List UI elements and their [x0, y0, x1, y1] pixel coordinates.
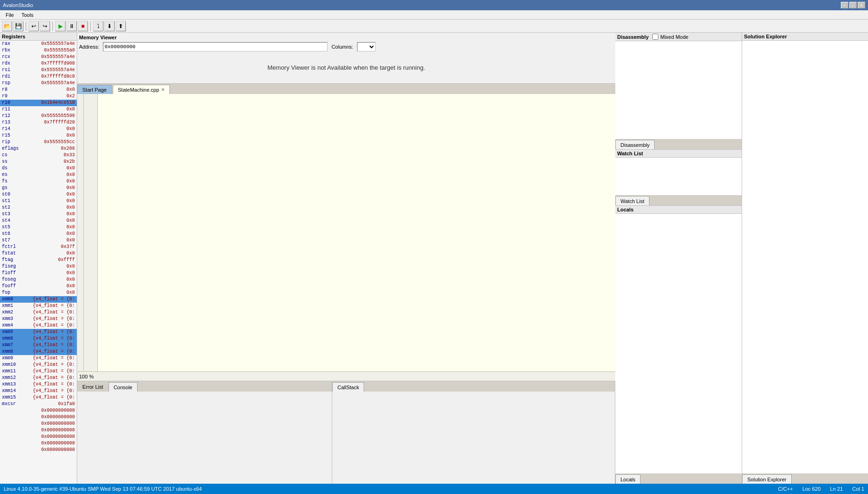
- register-row: st60x0: [0, 231, 77, 237]
- maximize-button[interactable]: □: [849, 2, 857, 8]
- status-loc: Loc 620: [802, 486, 821, 492]
- status-right: C/C++ Loc 620 Ln 21 Col 1: [778, 486, 864, 492]
- step-out-button[interactable]: ⬆: [116, 21, 126, 31]
- tab-locals[interactable]: Locals: [615, 474, 641, 484]
- register-name: r9: [2, 93, 25, 100]
- register-value: 0x5555557a4e: [41, 41, 75, 47]
- register-value: 0x0: [66, 165, 75, 172]
- register-value: 0x0: [66, 231, 75, 237]
- step-over-button[interactable]: ⤵: [93, 21, 103, 31]
- tab-callstack[interactable]: CallStack: [332, 382, 364, 392]
- tab-start-page[interactable]: Start Page: [77, 85, 112, 94]
- register-value: 0x0: [66, 185, 75, 191]
- tab-solution-explorer[interactable]: Solution Explorer: [742, 474, 792, 484]
- tab-watchlist[interactable]: Watch List: [615, 196, 649, 205]
- register-name: xmm10: [2, 362, 25, 368]
- register-row: r130x7fffffd20: [0, 119, 77, 126]
- register-value: {v4_float = {0:: [33, 329, 75, 335]
- stop-button[interactable]: ■: [78, 21, 88, 31]
- disassembly-title: Disassembly: [617, 34, 649, 40]
- register-name: fctrl: [2, 244, 25, 250]
- register-value: 0x0: [66, 276, 75, 283]
- register-name: xmm9: [2, 355, 25, 362]
- register-name: rax: [2, 41, 25, 47]
- register-row: xmm8{v4_float = {0:: [0, 349, 77, 355]
- register-row: 0x0000000000: [0, 427, 77, 434]
- register-name: foseg: [2, 276, 25, 283]
- tab-disassembly[interactable]: Disassembly: [615, 140, 655, 149]
- register-value: 0x0: [66, 224, 75, 231]
- toolbar-sep2: [52, 22, 53, 31]
- register-row: fioff0x0: [0, 270, 77, 276]
- minimize-button[interactable]: ─: [841, 2, 848, 8]
- register-name: xmm0: [2, 296, 25, 303]
- editor-tabs: Start Page StateMachine.cpp ✕: [77, 84, 615, 94]
- register-row: xmm9{v4_float = {0:: [0, 355, 77, 362]
- editor-content[interactable]: [77, 94, 615, 371]
- status-lang: C/C++: [778, 486, 793, 492]
- close-button[interactable]: ✕: [858, 2, 865, 8]
- console-content: [77, 392, 332, 484]
- run-button[interactable]: ▶: [55, 21, 66, 31]
- register-row: ds0x0: [0, 165, 77, 172]
- register-row: r100x1b4e4ce518: [0, 100, 77, 106]
- register-row: rax0x5555557a4e: [0, 41, 77, 47]
- register-name: r14: [2, 126, 25, 132]
- register-value: 0x0: [66, 218, 75, 224]
- tab-statemachine-cpp[interactable]: StateMachine.cpp ✕: [113, 85, 170, 94]
- register-value: 0x0: [66, 250, 75, 257]
- register-row: xmm12{v4_float = {0:: [0, 375, 77, 381]
- register-value: 0x0000000000: [41, 447, 75, 453]
- mixed-mode-checkbox[interactable]: [652, 34, 658, 40]
- register-name: xmm13: [2, 381, 25, 388]
- register-name: fioff: [2, 270, 25, 276]
- address-input[interactable]: [103, 42, 328, 51]
- register-value: 0x0: [66, 126, 75, 132]
- pause-button[interactable]: ⏸: [66, 21, 77, 31]
- register-name: fiseg: [2, 263, 25, 270]
- register-row: xmm15{v4_float = {0:: [0, 394, 77, 401]
- register-value: 0x2b: [64, 159, 75, 165]
- save-button[interactable]: 💾: [13, 21, 23, 31]
- error-list-label: Error List: [82, 384, 103, 390]
- register-value: 0x0: [66, 204, 75, 211]
- register-name: xmm15: [2, 394, 25, 401]
- tab-statemachine-close[interactable]: ✕: [161, 87, 165, 92]
- window-controls: ─ □ ✕: [841, 2, 865, 8]
- editor-area: Start Page StateMachine.cpp ✕ 100 %: [77, 84, 615, 381]
- register-value: 0x33: [64, 152, 75, 159]
- toolbar-sep1: [26, 22, 26, 31]
- menu-tools[interactable]: Tools: [18, 11, 37, 19]
- register-value: {v4_float = {0:: [33, 388, 75, 394]
- register-value: 0x37f: [61, 244, 75, 250]
- open-button[interactable]: 📂: [2, 21, 12, 31]
- register-value: 0x7fffffd20: [44, 119, 75, 126]
- register-value: {v4_float = {0:: [33, 349, 75, 355]
- watchlist-panel: Watch List Watch List: [615, 150, 742, 206]
- register-row: fop0x0: [0, 290, 77, 296]
- register-row: xmm14{v4_float = {0:: [0, 388, 77, 394]
- step-into-button[interactable]: ⬇: [104, 21, 115, 31]
- menu-file[interactable]: File: [2, 11, 18, 19]
- register-value: 0x0: [66, 87, 75, 93]
- register-name: xmm2: [2, 309, 25, 316]
- register-row: mxcsr0x1fa0: [0, 401, 77, 407]
- register-name: fooff: [2, 283, 25, 290]
- tab-error-list[interactable]: Error List: [77, 382, 109, 392]
- code-area[interactable]: [98, 94, 615, 371]
- memory-viewer-title: Memory Viewer: [79, 35, 613, 40]
- register-name: st5: [2, 224, 25, 231]
- register-value: 0x0: [66, 211, 75, 218]
- tab-console[interactable]: Console: [109, 382, 138, 392]
- redo-button[interactable]: ↪: [40, 21, 50, 31]
- undo-button[interactable]: ↩: [29, 21, 39, 31]
- register-name: r12: [2, 113, 25, 119]
- register-name: rsi: [2, 67, 25, 73]
- register-name: st7: [2, 237, 25, 244]
- register-value: 0x0: [66, 237, 75, 244]
- register-value: 0x7fffffd908: [41, 60, 75, 67]
- register-value: {v4_float = {0:: [33, 335, 75, 342]
- solution-explorer-content: [742, 41, 868, 473]
- register-name: [2, 427, 25, 434]
- columns-select[interactable]: [357, 42, 376, 51]
